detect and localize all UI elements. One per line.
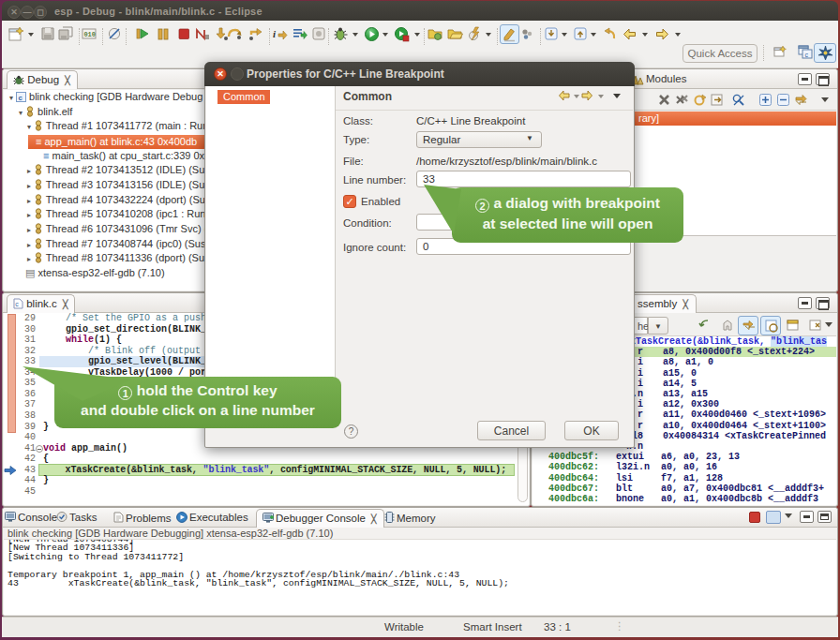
svg-text:i: i bbox=[273, 28, 277, 39]
svg-text:c: c bbox=[15, 301, 19, 307]
svg-text:c: c bbox=[19, 94, 23, 102]
svg-text:010: 010 bbox=[83, 31, 96, 38]
svg-text:c: c bbox=[805, 52, 809, 58]
